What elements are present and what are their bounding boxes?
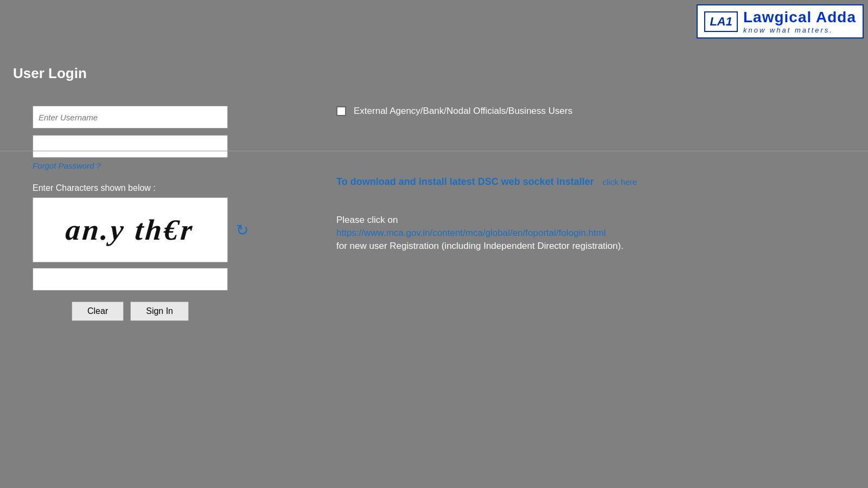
dsc-section: To download and install latest DSC web s… [336, 176, 846, 188]
external-agency-label: External Agency/Bank/Nodal Officials/Bus… [354, 106, 572, 117]
captcha-container: an.y th€r ↻ [33, 197, 304, 262]
form-area: Forgot Password ? Enter Characters shown… [33, 106, 304, 321]
right-content: External Agency/Bank/Nodal Officials/Bus… [336, 106, 846, 252]
registration-link[interactable]: https://www.mca.gov.in/content/mca/globa… [336, 228, 846, 239]
dsc-text: To download and install latest DSC web s… [336, 176, 594, 188]
refresh-captcha-icon[interactable]: ↻ [233, 221, 251, 239]
registration-intro: Please click on [336, 215, 846, 226]
captcha-label: Enter Characters shown below : [33, 183, 304, 193]
captcha-input[interactable] [33, 268, 228, 291]
registration-section: Please click on https://www.mca.gov.in/c… [336, 215, 846, 252]
password-input[interactable] [33, 135, 228, 158]
logo-container: LA1 Lawgical Adda know what matters. [697, 4, 864, 38]
logo-text: Lawgical Adda know what matters. [743, 9, 856, 34]
external-agency-checkbox[interactable] [336, 106, 346, 116]
buttons-row: Clear Sign In [33, 301, 228, 321]
dsc-click-here-link[interactable]: click here [603, 177, 637, 187]
signin-button[interactable]: Sign In [130, 301, 189, 321]
captcha-image: an.y th€r [33, 197, 228, 262]
logo-tagline: know what matters. [743, 26, 856, 34]
page-title: User Login [13, 65, 87, 82]
logo-box: LA1 [704, 11, 738, 32]
clear-button[interactable]: Clear [72, 301, 124, 321]
external-agency-row: External Agency/Bank/Nodal Officials/Bus… [336, 106, 846, 117]
forgot-password-link[interactable]: Forgot Password ? [33, 161, 304, 170]
registration-note: for new user Registration (including Ind… [336, 241, 846, 252]
captcha-text: an.y th€r [65, 213, 196, 247]
logo-title: Lawgical Adda [743, 9, 856, 26]
username-input[interactable] [33, 106, 228, 129]
